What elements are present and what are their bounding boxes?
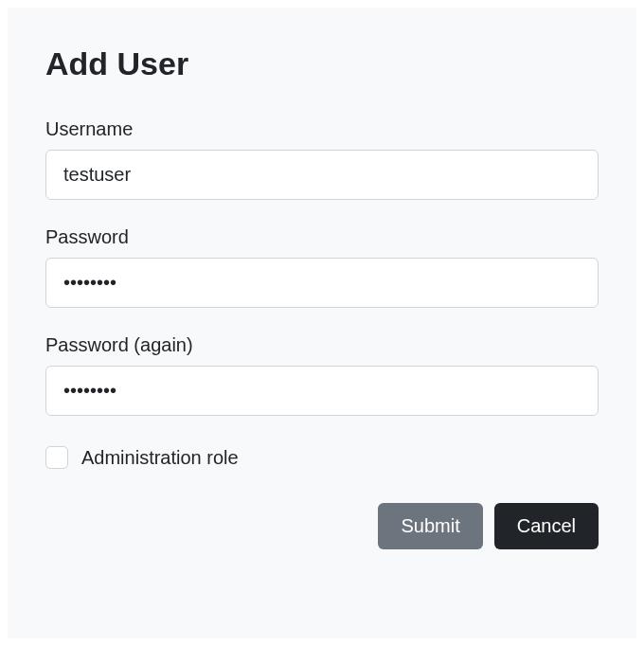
add-user-panel: Add User Username Password Password (aga… xyxy=(8,8,636,638)
password-label: Password xyxy=(45,226,599,248)
page-title: Add User xyxy=(45,45,599,82)
password-group: Password xyxy=(45,226,599,308)
password-again-input[interactable] xyxy=(45,366,599,416)
admin-role-group: Administration role xyxy=(45,446,599,469)
password-again-group: Password (again) xyxy=(45,334,599,416)
username-input[interactable] xyxy=(45,150,599,200)
button-row: Submit Cancel xyxy=(45,503,599,549)
admin-role-label: Administration role xyxy=(81,447,239,469)
password-input[interactable] xyxy=(45,258,599,308)
password-again-label: Password (again) xyxy=(45,334,599,356)
cancel-button[interactable]: Cancel xyxy=(494,503,599,549)
username-group: Username xyxy=(45,118,599,200)
username-label: Username xyxy=(45,118,599,140)
admin-role-checkbox[interactable] xyxy=(45,446,68,469)
submit-button[interactable]: Submit xyxy=(378,503,482,549)
